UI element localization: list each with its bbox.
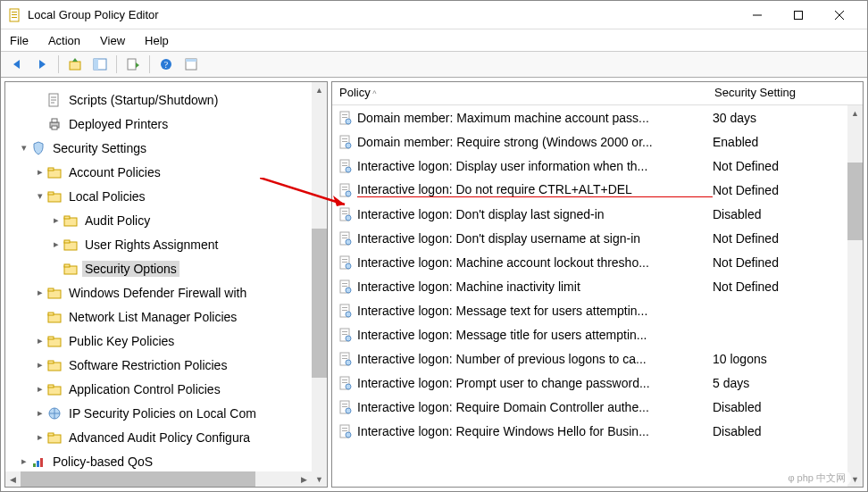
tree-item[interactable]: ▾Security Settings [7, 136, 325, 160]
tree-item-label: Policy-based QoS [50, 454, 155, 470]
chevron-down-icon[interactable]: ▾ [18, 142, 30, 154]
list-row[interactable]: Interactive logon: Machine inactivity li… [332, 274, 863, 298]
list-row[interactable]: Interactive logon: Don't display usernam… [332, 226, 863, 250]
svg-rect-25 [48, 168, 54, 171]
help-button[interactable]: ? [155, 54, 177, 75]
chevron-right-icon[interactable]: ▸ [34, 335, 46, 346]
list-row[interactable]: Interactive logon: Machine account locko… [332, 250, 863, 274]
column-security-setting[interactable]: Security Setting [707, 82, 863, 104]
svg-rect-31 [64, 240, 70, 243]
chevron-down-icon[interactable]: ▾ [34, 190, 46, 202]
tree-item[interactable]: ▸Application Control Policies [7, 377, 325, 401]
svg-rect-87 [342, 331, 347, 332]
properties-button[interactable] [180, 54, 202, 75]
menu-view[interactable]: View [96, 32, 129, 49]
svg-point-89 [346, 336, 351, 341]
policy-tree[interactable]: Scripts (Startup/Shutdown)Deployed Print… [5, 82, 327, 487]
policy-setting: Disabled [713, 207, 863, 221]
list-row[interactable]: Domain member: Maximum machine account p… [332, 105, 863, 129]
close-button[interactable] [819, 2, 860, 29]
chevron-right-icon[interactable]: ▸ [34, 407, 46, 419]
svg-rect-80 [342, 286, 347, 287]
tree-item-label: Local Policies [66, 188, 148, 204]
policy-name: Interactive logon: Do not require CTRL+A… [357, 182, 713, 197]
list-row[interactable]: Interactive logon: Prompt user to change… [332, 371, 863, 395]
tree-item[interactable]: ▸Account Policies [7, 160, 325, 184]
tree-item[interactable]: Scripts (Startup/Shutdown) [7, 88, 325, 112]
scroll-down-button[interactable]: ▼ [312, 471, 327, 487]
folder-icon [46, 333, 63, 349]
chevron-right-icon[interactable]: ▸ [34, 287, 46, 298]
scroll-up-button[interactable]: ▲ [847, 105, 863, 121]
tree-item[interactable]: ▸Windows Defender Firewall with [7, 280, 325, 304]
list-row[interactable]: Domain member: Require strong (Windows 2… [332, 129, 863, 154]
ipsec-icon [46, 405, 63, 421]
list-row[interactable]: Interactive logon: Display user informat… [332, 154, 863, 178]
list-row[interactable]: Interactive logon: Require Windows Hello… [332, 419, 863, 443]
chevron-right-icon[interactable]: ▸ [34, 166, 46, 178]
svg-point-81 [346, 288, 351, 293]
chevron-right-icon[interactable]: ▸ [50, 214, 63, 226]
tree-item[interactable]: ▸User Rights Assignment [7, 232, 325, 256]
svg-rect-41 [48, 361, 54, 363]
policy-name: Interactive logon: Message title for use… [357, 328, 713, 342]
scroll-right-button[interactable]: ▶ [296, 471, 312, 487]
list-vertical-scrollbar[interactable]: ▲ ▼ [847, 105, 863, 487]
svg-point-69 [346, 215, 351, 221]
tree-vertical-scrollbar[interactable]: ▲ ▼ [312, 82, 327, 487]
tree-item[interactable]: ▸Audit Policy [7, 208, 325, 232]
back-button[interactable] [6, 54, 28, 75]
policy-setting: Enabled [713, 135, 863, 149]
menu-action[interactable]: Action [45, 32, 84, 49]
policy-setting: 30 days [713, 111, 863, 125]
show-hide-tree-button[interactable] [89, 54, 111, 75]
list-row[interactable]: Interactive logon: Don't display last si… [332, 202, 863, 226]
up-button[interactable] [64, 54, 86, 75]
folder-icon [63, 237, 79, 253]
policy-setting: 10 logons [713, 352, 863, 366]
menu-file[interactable]: File [6, 32, 32, 49]
list-row[interactable]: Interactive logon: Message text for user… [332, 298, 863, 322]
scroll-up-button[interactable]: ▲ [312, 82, 327, 97]
list-row[interactable]: Interactive logon: Require Domain Contro… [332, 395, 863, 419]
chevron-right-icon[interactable]: ▸ [50, 238, 63, 250]
menu-help[interactable]: Help [141, 32, 172, 49]
chevron-right-icon[interactable]: ▸ [34, 431, 46, 443]
svg-rect-52 [342, 117, 347, 118]
policy-list[interactable]: Domain member: Maximum machine account p… [332, 105, 863, 443]
svg-point-73 [346, 239, 351, 245]
svg-marker-11 [72, 58, 78, 62]
window-title: Local Group Policy Editor [28, 8, 737, 21]
policy-name: Interactive logon: Machine account locko… [357, 255, 713, 270]
policy-name: Interactive logon: Message text for user… [357, 304, 713, 318]
policy-icon [338, 230, 354, 246]
svg-marker-9 [39, 60, 46, 69]
svg-rect-22 [52, 119, 57, 122]
scroll-left-button[interactable]: ◀ [5, 471, 21, 487]
folder-icon [46, 309, 63, 325]
tree-item[interactable]: Security Options [7, 256, 325, 280]
maximize-button[interactable] [778, 2, 819, 29]
svg-rect-72 [342, 238, 347, 238]
list-row[interactable]: Interactive logon: Do not require CTRL+A… [332, 178, 863, 202]
policy-setting: Not Defined [713, 183, 863, 197]
tree-horizontal-scrollbar[interactable]: ◀ ▶ [5, 471, 312, 487]
list-row[interactable]: Interactive logon: Message title for use… [332, 322, 863, 346]
tree-item[interactable]: ▸Policy-based QoS [7, 449, 325, 473]
tree-item[interactable]: ▾Local Policies [7, 184, 325, 208]
export-list-button[interactable] [122, 54, 144, 75]
chevron-right-icon[interactable]: ▸ [34, 383, 46, 395]
tree-item[interactable]: ▸Public Key Policies [7, 329, 325, 353]
tree-item[interactable]: ▸Advanced Audit Policy Configura [7, 425, 325, 449]
tree-item[interactable]: ▸IP Security Policies on Local Com [7, 401, 325, 425]
minimize-button[interactable] [737, 2, 778, 29]
forward-button[interactable] [31, 54, 53, 75]
list-row[interactable]: Interactive logon: Number of previous lo… [332, 346, 863, 371]
policy-name: Interactive logon: Don't display usernam… [357, 231, 713, 246]
chevron-right-icon[interactable]: ▸ [34, 359, 46, 371]
tree-item[interactable]: Deployed Printers [7, 112, 325, 136]
column-policy[interactable]: Policy [332, 82, 707, 104]
tree-item[interactable]: ▸Software Restriction Policies [7, 353, 325, 377]
tree-item[interactable]: Network List Manager Policies [7, 304, 325, 329]
chevron-right-icon[interactable]: ▸ [18, 455, 30, 467]
